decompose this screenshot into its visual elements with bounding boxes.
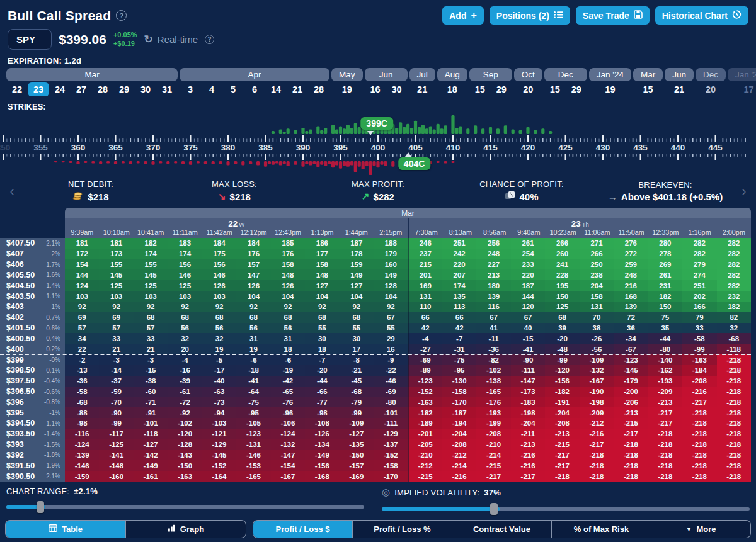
expiration-date[interactable]: 21 xyxy=(287,82,308,96)
pl-cell: -213 xyxy=(648,397,682,407)
prev-strategy-chevron[interactable]: ‹ xyxy=(5,183,19,198)
expiration-date[interactable]: 22 xyxy=(6,82,28,96)
month-pill[interactable]: Jul xyxy=(410,68,435,81)
lower-leg-badge[interactable]: 404C xyxy=(398,157,430,170)
expiration-date[interactable]: 30 xyxy=(386,82,408,96)
month-pill[interactable]: Sep xyxy=(469,68,512,81)
pl-cell: -218 xyxy=(648,460,682,471)
pl-cell: 242 xyxy=(442,249,476,259)
chart-range-slider-handle[interactable] xyxy=(37,501,44,513)
expiration-date[interactable]: 15 xyxy=(638,82,659,96)
pl-cell: -204 xyxy=(442,429,476,439)
expiration-month-group: Sep1529 xyxy=(469,68,512,96)
month-pill[interactable]: Jan '24 xyxy=(589,68,631,81)
month-pill[interactable]: Oct xyxy=(514,68,542,81)
tab-table[interactable]: Table xyxy=(6,521,125,538)
expiration-date[interactable]: 16 xyxy=(365,82,386,96)
refresh-icon[interactable]: ↻ xyxy=(144,33,153,46)
month-pill[interactable]: Jun xyxy=(665,68,694,81)
pl-cell: -131 xyxy=(236,439,270,450)
slider-track[interactable] xyxy=(6,505,364,509)
target-icon[interactable]: ◎ xyxy=(382,487,390,498)
expiration-date[interactable]: 27 xyxy=(71,82,92,96)
expiration-date[interactable]: 29 xyxy=(113,82,135,96)
expiration-date[interactable]: 18 xyxy=(442,82,463,96)
tab-contract-value[interactable]: Contract Value xyxy=(452,521,551,538)
pl-cell: -164 xyxy=(202,471,236,482)
historical-chart-button[interactable]: Historical Chart xyxy=(655,6,748,25)
month-pill[interactable]: Jan '24 xyxy=(728,68,756,81)
positions-button[interactable]: Positions (2) xyxy=(490,6,570,25)
expiration-date[interactable]: 20 xyxy=(700,82,721,96)
expiration-date[interactable]: 14 xyxy=(265,82,287,96)
pl-cell: -147 xyxy=(271,450,305,461)
tab-profit-loss-$[interactable]: Profit / Loss $ xyxy=(253,521,352,538)
svg-text:365: 365 xyxy=(108,143,123,152)
expiration-month-group: Dec1529 xyxy=(544,68,587,96)
pl-cell: 174 xyxy=(134,249,168,259)
expiration-date[interactable]: 29 xyxy=(566,82,587,96)
stat-net-debit: NET DEBIT: $218 xyxy=(19,179,163,202)
expiration-date[interactable]: 28 xyxy=(92,82,113,96)
expiration-date[interactable]: 21 xyxy=(411,82,433,96)
expiration-date[interactable]: 19 xyxy=(336,82,358,96)
ticker-input[interactable]: SPY xyxy=(8,29,52,50)
add-button[interactable]: Add+ xyxy=(442,6,484,25)
expiration-date-selected[interactable]: 23 xyxy=(28,82,49,96)
strategy-help-icon[interactable]: ? xyxy=(116,10,127,21)
pl-cell: -218 xyxy=(717,365,751,376)
pl-cell: -13 xyxy=(65,365,99,376)
month-pill[interactable]: Mar xyxy=(6,68,178,81)
pl-cell: 92 xyxy=(202,302,236,312)
pl-cell: -89 xyxy=(408,365,442,376)
expiration-date[interactable]: 17 xyxy=(738,82,756,96)
pl-cell: 202 xyxy=(682,291,716,302)
expiration-date[interactable]: 19 xyxy=(599,82,621,96)
strike-row-label: $4031% xyxy=(0,302,65,312)
expiration-date[interactable]: 15 xyxy=(469,82,491,96)
pl-cell: -31 xyxy=(442,344,476,354)
strike-ruler[interactable]: 3503553603653703753803853903954004054104… xyxy=(0,112,756,175)
expiration-date[interactable]: 30 xyxy=(135,82,156,96)
pl-cell: -204 xyxy=(511,418,545,429)
pl-cell: -137 xyxy=(374,439,408,450)
expiration-date[interactable]: 31 xyxy=(156,82,178,96)
month-pill[interactable]: May xyxy=(331,68,363,81)
tab-more[interactable]: ▼More xyxy=(651,521,750,538)
expiration-date[interactable]: 6 xyxy=(244,82,265,96)
strike-row-label: $4020.7% xyxy=(0,312,65,323)
pl-cell: -218 xyxy=(682,460,716,471)
table-row: $403.501.1%10310310310310310410410410410… xyxy=(0,291,751,302)
expiration-date[interactable]: 29 xyxy=(491,82,512,96)
tab-profit-loss-%[interactable]: Profit / Loss % xyxy=(352,521,452,538)
month-pill[interactable]: Jun xyxy=(365,68,408,81)
expiration-date[interactable]: 3 xyxy=(180,82,201,96)
realtime-help-icon[interactable]: ? xyxy=(205,35,214,44)
expiration-date[interactable]: 5 xyxy=(222,82,244,96)
table-day-header: 22W 9:39am10:10am10:41am11:11am11:42am12… xyxy=(65,218,751,238)
save-trade-button[interactable]: Save Trade xyxy=(576,6,650,25)
month-pill[interactable]: Mar xyxy=(633,68,663,81)
upper-leg-badge[interactable]: 399C xyxy=(360,117,392,130)
implied-volatility-slider-handle[interactable] xyxy=(490,503,498,515)
time-column-header: 11:11am xyxy=(168,229,202,236)
month-pill[interactable]: Dec xyxy=(696,68,726,81)
tab-%-of-max-risk[interactable]: % of Max Risk xyxy=(551,521,651,538)
expiration-date[interactable]: 4 xyxy=(201,82,222,96)
pl-cell: -22 xyxy=(374,365,408,376)
month-pill[interactable]: Aug xyxy=(437,68,467,81)
time-column-header: 8:56am xyxy=(478,229,512,236)
month-pill[interactable]: Apr xyxy=(180,68,329,81)
chart-range-slider[interactable] xyxy=(6,500,364,514)
expiration-date[interactable]: 28 xyxy=(308,82,329,96)
expiration-date[interactable]: 24 xyxy=(49,82,71,96)
tab-graph[interactable]: Graph xyxy=(125,521,246,538)
pl-cell: -218 xyxy=(648,429,682,439)
next-strategy-chevron[interactable]: › xyxy=(737,183,751,198)
expiration-date[interactable]: 20 xyxy=(517,82,539,96)
expiration-date[interactable]: 21 xyxy=(668,82,690,96)
pl-cell: -138 xyxy=(476,376,510,387)
expiration-date[interactable]: 15 xyxy=(544,82,566,96)
implied-volatility-slider[interactable] xyxy=(382,502,750,516)
month-pill[interactable]: Dec xyxy=(544,68,587,81)
